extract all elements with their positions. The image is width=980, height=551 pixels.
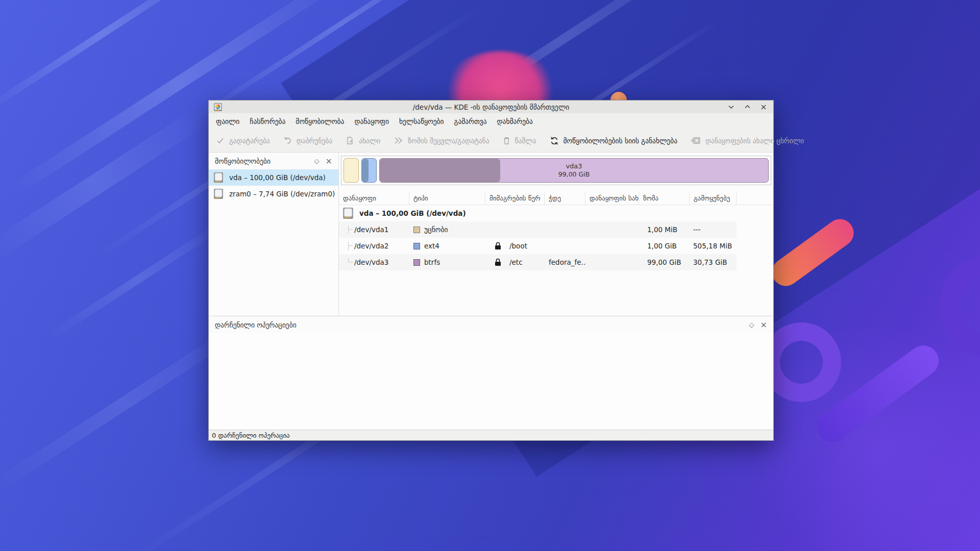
devices-panel-header: მოწყობილობები ◇ ×	[209, 153, 338, 169]
undo-button[interactable]: დაბრუნება	[283, 136, 332, 145]
lock-icon	[495, 258, 501, 266]
chevron-up-icon	[744, 104, 751, 110]
menubar: ფაილი ჩასწორება მოწყობილობა დანაყოფი ხელ…	[209, 113, 773, 129]
menu-partition[interactable]: დანაყოფი	[349, 115, 394, 128]
apply-check-icon	[216, 136, 225, 145]
cell-label: fedora_fe…	[545, 258, 585, 266]
menu-file[interactable]: ფაილი	[211, 115, 244, 128]
filesystem-color-swatch	[413, 259, 420, 266]
maximize-button[interactable]	[743, 103, 752, 112]
header-filler	[737, 191, 773, 205]
wallpaper-shape	[46, 218, 230, 341]
minimize-button[interactable]	[726, 103, 736, 112]
close-button[interactable]	[759, 103, 768, 112]
cell-mountpoint: /etc	[485, 258, 545, 266]
resize-move-button[interactable]: ზომის შეცვლა/გადატანა	[394, 137, 489, 145]
close-icon	[761, 104, 767, 110]
header-partition-name[interactable]: დანაყოფის სახ	[585, 191, 639, 205]
menu-help[interactable]: დახმარება	[492, 115, 538, 128]
partition-block-label: vda3 99,00 GiB	[380, 159, 768, 182]
float-panel-icon[interactable]: ◇	[749, 321, 754, 329]
hard-disk-icon	[213, 188, 224, 199]
device-item-label: vda – 100,00 GiB (/dev/vda)	[229, 173, 326, 182]
cell-size: 1,00 GiB	[639, 242, 690, 250]
cell-type: უცნობი	[409, 226, 485, 234]
undo-icon	[283, 136, 292, 145]
header-used[interactable]: გამოყენებუ	[690, 191, 737, 205]
cell-mountpoint: /boot	[485, 242, 545, 250]
toolbar: გადატარება დაბრუნება ახალი ზომის შეცვლა/…	[209, 129, 773, 153]
statusbar-text: 0 დარჩენილი ოპერაცია	[212, 432, 290, 439]
chevron-down-icon	[728, 104, 734, 110]
kde-partition-manager-window: /dev/vda — KDE -ის დანაყოფების მმართველი…	[208, 100, 774, 441]
pending-operations-panel: დარჩენილი ოპერაციები ◇ ×	[209, 316, 773, 430]
resize-move-icon	[394, 137, 403, 144]
menu-device[interactable]: მოწყობილობა	[290, 115, 349, 128]
device-item-zram0[interactable]: zram0 – 7,74 GiB (/dev/zram0)	[209, 186, 338, 202]
partition-block-vda3[interactable]: vda3 99,00 GiB	[379, 158, 769, 183]
wallpaper-shape	[939, 255, 980, 357]
cell-type: btrfs	[409, 258, 485, 266]
header-partition[interactable]: დანაყოფი	[339, 191, 409, 205]
pending-operations-header: დარჩენილი ოპერაციები ◇ ×	[209, 316, 773, 333]
devices-panel-title: მოწყობილობები	[215, 157, 308, 165]
header-mountpoint[interactable]: მიმაგრების წერ	[485, 191, 545, 205]
cell-partition: /dev/vda2	[339, 242, 409, 250]
pending-operations-list	[209, 333, 773, 430]
cell-partition: /dev/vda1	[339, 226, 409, 234]
menu-tools[interactable]: ხელსაწყოები	[394, 115, 449, 128]
used-space-bar	[362, 159, 369, 182]
lock-icon	[495, 242, 501, 250]
cell-used: 30,73 GiB	[690, 258, 737, 266]
refresh-devices-button[interactable]: მოწყობილობების სიის განახლება	[550, 136, 677, 145]
device-row-label: vda – 100,00 GiB (/dev/vda)	[359, 209, 466, 217]
apply-button[interactable]: გადატარება	[216, 136, 270, 145]
new-partition-table-button[interactable]: დანაყოფების ახალი ცხრილი	[691, 137, 804, 145]
hard-disk-icon	[213, 172, 224, 183]
statusbar: 0 დარჩენილი ოპერაცია	[209, 430, 773, 440]
hard-disk-icon	[342, 207, 354, 219]
header-size[interactable]: ზომა	[639, 191, 690, 205]
cell-used: ---	[690, 226, 737, 234]
wallpaper-shape	[0, 0, 224, 115]
table-header-row: დანაყოფი ტიპი მიმაგრების წერ ჭდე დანაყოფ…	[339, 191, 773, 205]
devices-panel: მოწყობილობები ◇ × vda – 100,00 GiB (/dev…	[209, 153, 339, 316]
new-partition-button[interactable]: ახალი	[346, 136, 380, 145]
header-type[interactable]: ტიპი	[409, 191, 485, 205]
header-label[interactable]: ჭდე	[545, 191, 585, 205]
table-row[interactable]: /dev/vda1 უცნობი 1,00 MiB ---	[339, 221, 773, 238]
float-panel-icon[interactable]: ◇	[314, 157, 320, 165]
clear-backspace-icon	[691, 137, 701, 144]
cell-size: 99,00 GiB	[639, 258, 690, 266]
content-area: მოწყობილობები ◇ × vda – 100,00 GiB (/dev…	[209, 153, 773, 316]
cell-used: 505,18 MiB	[690, 242, 737, 250]
new-partition-icon	[346, 136, 354, 145]
filesystem-color-swatch	[413, 227, 420, 233]
refresh-icon	[550, 136, 559, 145]
menu-edit[interactable]: ჩასწორება	[244, 115, 290, 128]
table-row[interactable]: /dev/vda3 btrfs /etc fedora_fe… 99,00 Gi…	[339, 254, 773, 270]
partition-bar: vda3 99,00 GiB	[341, 156, 771, 185]
partition-table: დანაყოფი ტიპი მიმაგრების წერ ჭდე დანაყოფ…	[339, 191, 773, 270]
table-row-device[interactable]: vda – 100,00 GiB (/dev/vda)	[339, 205, 773, 221]
partition-block-vda2[interactable]	[361, 158, 377, 183]
filesystem-color-swatch	[413, 243, 420, 249]
pending-operations-title: დარჩენილი ოპერაციები	[215, 321, 743, 329]
window-title: /dev/vda — KDE -ის დანაყოფების მმართველი	[209, 103, 773, 111]
delete-button[interactable]: წაშლა	[503, 136, 536, 145]
close-panel-icon[interactable]: ×	[761, 320, 767, 330]
delete-trash-icon	[503, 136, 510, 145]
main-panel: vda3 99,00 GiB დანაყოფი ტიპი მიმაგრების …	[339, 153, 773, 316]
cell-type: ext4	[409, 242, 485, 250]
device-item-vda[interactable]: vda – 100,00 GiB (/dev/vda)	[209, 169, 338, 186]
table-row[interactable]: /dev/vda2 ext4 /boot 1,00 GiB 505,	[339, 238, 773, 254]
partition-block-vda1[interactable]	[344, 158, 359, 183]
cell-size: 1,00 MiB	[639, 226, 690, 234]
menu-settings[interactable]: გამართვა	[449, 115, 492, 128]
titlebar[interactable]: /dev/vda — KDE -ის დანაყოფების მმართველი	[209, 101, 773, 113]
device-item-label: zram0 – 7,74 GiB (/dev/zram0)	[229, 190, 335, 198]
close-panel-icon[interactable]: ×	[326, 156, 332, 166]
cell-partition: /dev/vda3	[339, 258, 409, 266]
